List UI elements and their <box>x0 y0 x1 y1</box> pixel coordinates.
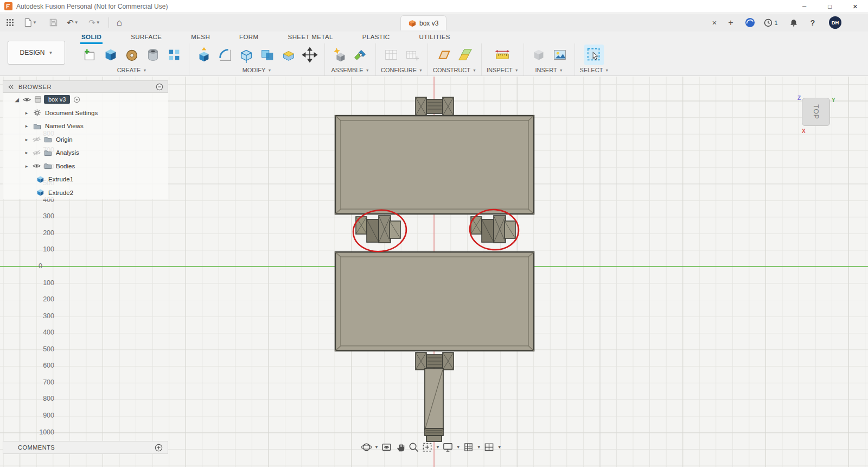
pan-icon[interactable] <box>394 440 406 453</box>
model-hinge-right[interactable] <box>471 216 515 243</box>
viewports-icon[interactable] <box>483 440 495 453</box>
browser-item-bodies[interactable]: ▸Bodies <box>3 160 168 173</box>
visibility-eye-icon[interactable] <box>31 136 42 142</box>
hole-button[interactable] <box>143 45 163 65</box>
fit-view-icon[interactable] <box>422 440 433 453</box>
root-document-label[interactable]: box v3 <box>44 95 70 104</box>
redo-button[interactable]: ↷▼ <box>86 16 103 29</box>
pattern-button[interactable] <box>164 45 184 65</box>
orbit-icon[interactable] <box>360 440 372 453</box>
construction-plane-button[interactable] <box>434 45 454 65</box>
expand-arrow-icon[interactable]: ▸ <box>22 137 31 142</box>
expand-arrow-icon[interactable]: ▸ <box>22 123 31 129</box>
orbit-caret-icon[interactable]: ▼ <box>374 445 379 450</box>
expand-arrow-icon[interactable]: ◢ <box>12 97 21 103</box>
move-copy-button[interactable] <box>300 45 320 65</box>
browser-item-extrude2[interactable]: Extrude2 <box>3 186 168 200</box>
expand-arrow-icon[interactable]: ▸ <box>22 110 31 116</box>
expand-arrow-icon[interactable]: ▸ <box>22 150 31 155</box>
ribbon-tab-solid[interactable]: SOLID <box>80 32 103 44</box>
new-tab-icon[interactable]: + <box>725 16 737 29</box>
expand-arrow-icon[interactable]: ▸ <box>22 163 31 169</box>
comments-bar[interactable]: COMMENTS <box>3 441 168 454</box>
extrude-button[interactable] <box>101 45 120 65</box>
model-top-flange[interactable] <box>416 97 454 116</box>
extensions-icon[interactable] <box>743 16 756 29</box>
window-minimize-button[interactable]: – <box>792 0 817 13</box>
fillet-button[interactable] <box>215 45 235 65</box>
home-view-button[interactable]: ⌂ <box>112 16 127 29</box>
display-settings-caret-icon[interactable]: ▼ <box>456 445 461 450</box>
collapse-panel-icon[interactable] <box>8 84 14 90</box>
ribbon-tab-utilities[interactable]: UTILITIES <box>418 32 451 44</box>
document-tab[interactable]: box v3 <box>400 15 446 30</box>
configuration-table-button[interactable] <box>381 45 401 65</box>
visibility-eye-icon[interactable] <box>31 150 42 156</box>
new-component-button[interactable] <box>330 45 349 65</box>
configure-group-dropdown[interactable]: CONFIGURE▼ <box>381 67 423 73</box>
file-menu-button[interactable]: ▼ <box>22 16 39 29</box>
create-sketch-button[interactable] <box>80 45 99 65</box>
zoom-icon[interactable] <box>408 440 420 453</box>
grid-snap-icon[interactable] <box>463 440 475 453</box>
browser-item-named-views[interactable]: ▸Named Views <box>3 119 168 133</box>
select-group-dropdown[interactable]: SELECT▼ <box>580 67 609 73</box>
window-close-button[interactable]: × <box>843 0 868 13</box>
display-settings-icon[interactable] <box>442 440 454 453</box>
activate-component-radio[interactable] <box>70 96 83 103</box>
ribbon-tab-surface[interactable]: SURFACE <box>130 32 163 44</box>
save-button[interactable] <box>47 16 60 29</box>
browser-item-origin[interactable]: ▸Origin <box>3 133 168 147</box>
browser-item-extrude1[interactable]: Extrude1 <box>3 173 168 186</box>
ribbon-tab-sheet-metal[interactable]: SHEET METAL <box>287 32 334 44</box>
ribbon-tab-plastic[interactable]: PLASTIC <box>361 32 391 44</box>
model-top-box[interactable] <box>335 116 534 214</box>
ribbon-tab-mesh[interactable]: MESH <box>190 32 211 44</box>
window-maximize-button[interactable]: □ <box>817 0 843 13</box>
construct-group-dropdown[interactable]: CONSTRUCT▼ <box>433 67 476 73</box>
user-avatar[interactable]: DH <box>829 16 841 29</box>
combine-button[interactable] <box>258 45 277 65</box>
grid-snap-caret-icon[interactable]: ▼ <box>477 445 481 450</box>
joint-button[interactable] <box>351 45 371 65</box>
add-comment-icon[interactable] <box>155 444 163 452</box>
measure-button[interactable] <box>493 45 512 65</box>
browser-item-root[interactable]: ◢ box v3 <box>3 93 168 106</box>
app-grid-menu-icon[interactable] <box>3 16 16 29</box>
select-button[interactable] <box>584 45 604 65</box>
insert-configuration-button[interactable] <box>403 45 422 65</box>
ribbon-tab-form[interactable]: FORM <box>238 32 259 44</box>
insert-canvas-button[interactable] <box>550 45 570 65</box>
browser-item-analysis[interactable]: ▸Analysis <box>3 146 168 160</box>
model-shaft[interactable] <box>425 369 443 441</box>
browser-item-document-settings[interactable]: ▸Document Settings <box>3 106 168 120</box>
insert-derive-button[interactable] <box>529 45 548 65</box>
look-at-icon[interactable] <box>381 440 393 453</box>
create-group-dropdown[interactable]: CREATE▼ <box>117 67 147 73</box>
shell-button[interactable] <box>237 45 256 65</box>
undo-button[interactable]: ↶▼ <box>64 16 81 29</box>
offset-plane-button[interactable] <box>455 45 475 65</box>
notifications-bell-icon[interactable] <box>787 16 801 29</box>
design-workspace-menu[interactable]: DESIGN ▼ <box>8 41 65 65</box>
split-body-button[interactable] <box>279 45 298 65</box>
modify-group-dropdown[interactable]: MODIFY▼ <box>242 67 272 73</box>
press-pull-button[interactable] <box>194 45 214 65</box>
help-button[interactable]: ? <box>806 16 819 29</box>
insert-group-dropdown[interactable]: INSERT▼ <box>535 67 563 73</box>
visibility-eye-icon[interactable] <box>21 97 32 103</box>
inspect-group-dropdown[interactable]: INSPECT▼ <box>487 67 519 73</box>
minimize-panel-icon[interactable] <box>156 83 163 91</box>
model-bottom-box[interactable] <box>335 252 534 351</box>
assemble-group-dropdown[interactable]: ASSEMBLE▼ <box>331 67 369 73</box>
model-bottom-flange[interactable] <box>416 352 454 370</box>
viewcube[interactable]: TOP Z X Y <box>801 97 831 127</box>
job-status-button[interactable]: 1 <box>762 16 780 29</box>
viewcube-face-top[interactable]: TOP <box>802 98 830 126</box>
viewports-caret-icon[interactable]: ▼ <box>497 445 502 450</box>
close-tab-icon[interactable]: × <box>709 16 720 29</box>
model-hinge-left[interactable] <box>356 216 400 243</box>
visibility-eye-icon[interactable] <box>31 163 42 169</box>
revolve-button[interactable] <box>122 45 142 65</box>
fit-caret-icon[interactable]: ▼ <box>436 445 440 450</box>
